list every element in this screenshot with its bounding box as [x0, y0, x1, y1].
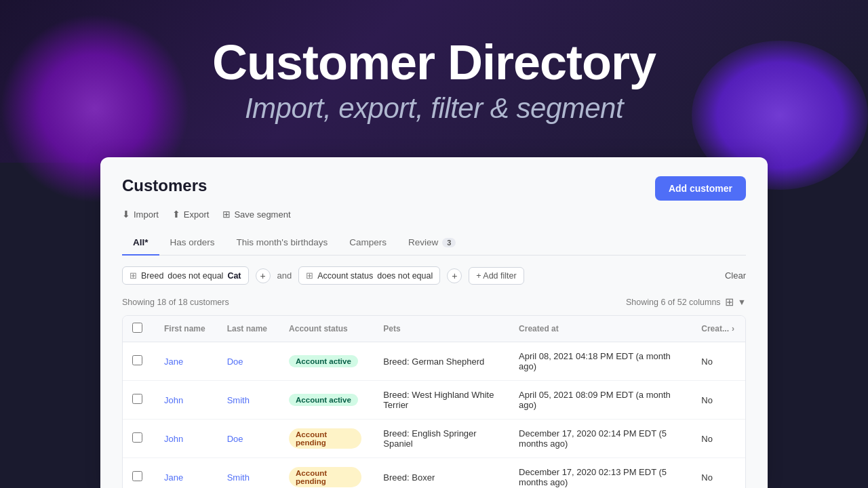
table-row: Jane Doe Account active Breed: German Sh… [123, 342, 745, 381]
col-scroll-right-icon[interactable]: › [732, 324, 734, 333]
filter-breed-value: Cat [227, 271, 241, 281]
row-2-pets: Breed: West Highland White Terrier [372, 381, 508, 420]
import-label: Import [134, 209, 159, 220]
save-segment-label: Save segment [234, 209, 290, 220]
columns-grid-icon: ⊞ [725, 296, 734, 308]
tab-birthdays-label: This month's birthdays [237, 237, 328, 247]
table-header-row: First name Last name Account status Pets [123, 316, 745, 342]
hero-section: Customer Directory Import, export, filte… [0, 0, 868, 163]
tab-review-label: Review [408, 237, 438, 247]
row-2-created-at: April 05, 2021 08:09 PM EDT (a month ago… [508, 381, 690, 420]
customers-table: First name Last name Account status Pets [123, 316, 745, 488]
row-3-last-name[interactable]: Doe [216, 420, 278, 458]
clear-filters-button[interactable]: Clear [725, 270, 746, 281]
row-2-account-status: Account active [278, 381, 372, 420]
export-link[interactable]: ⬆ Export [172, 209, 210, 220]
row-3-checkbox[interactable] [132, 432, 142, 443]
row-3-extra: No [690, 420, 745, 458]
row-1-created-at: April 08, 2021 04:18 PM EDT (a month ago… [508, 342, 690, 381]
filters-row: ⊞ Breed does not equal Cat + and ⊞ Accou… [122, 266, 746, 285]
import-icon: ⬇ [122, 209, 130, 220]
filter-chip-account-status[interactable]: ⊞ Account status does not equal [298, 266, 440, 285]
col-header-last-name[interactable]: Last name [216, 316, 278, 342]
save-segment-link[interactable]: ⊞ Save segment [222, 209, 290, 220]
row-4-account-status: Account pending [278, 458, 372, 489]
page-title: Customers [122, 176, 207, 195]
row-2-checkbox-cell [123, 381, 153, 420]
select-all-checkbox[interactable] [132, 323, 142, 333]
columns-info-text: Showing 6 of 52 columns [626, 298, 721, 307]
row-2-status-badge: Account active [289, 394, 358, 406]
col-header-extra[interactable]: Creat... › [690, 316, 745, 342]
tab-campers[interactable]: Campers [338, 230, 397, 256]
filter-and-label: and [277, 270, 292, 281]
table-wrapper: First name Last name Account status Pets [122, 315, 746, 488]
tab-has-orders[interactable]: Has orders [159, 230, 226, 256]
tab-review[interactable]: Review 3 [397, 230, 467, 256]
card-header: Customers Add customer [122, 176, 746, 201]
row-2-last-name[interactable]: Smith [216, 381, 278, 420]
row-1-checkbox[interactable] [132, 355, 142, 365]
col-header-created-at[interactable]: Created at [508, 316, 690, 342]
row-4-extra: No [690, 458, 745, 489]
row-3-pets: Breed: English Springer Spaniel [372, 420, 508, 458]
tab-review-badge: 3 [442, 238, 456, 247]
tab-has-orders-label: Has orders [170, 237, 215, 247]
save-segment-icon: ⊞ [222, 209, 231, 220]
tabs-row: All* Has orders This month's birthdays C… [122, 230, 746, 256]
showing-count: Showing 18 of 18 customers [122, 298, 229, 307]
columns-chevron-icon: ▼ [738, 298, 746, 307]
customers-card: Customers Add customer ⬇ Import ⬆ Export… [100, 157, 768, 488]
row-4-checkbox[interactable] [132, 471, 142, 481]
tab-birthdays[interactable]: This month's birthdays [226, 230, 339, 256]
row-2-checkbox[interactable] [132, 394, 142, 404]
row-3-checkbox-cell [123, 420, 153, 458]
export-label: Export [184, 209, 210, 220]
columns-info[interactable]: Showing 6 of 52 columns ⊞ ▼ [626, 296, 746, 308]
row-1-checkbox-cell [123, 342, 153, 381]
table-row: John Doe Account pending Breed: English … [123, 420, 745, 458]
tab-campers-label: Campers [349, 237, 387, 247]
row-3-status-badge: Account pending [289, 428, 361, 449]
add-filter-button[interactable]: + Add filter [469, 267, 524, 285]
table-meta-row: Showing 18 of 18 customers Showing 6 of … [122, 296, 746, 308]
select-all-header [123, 316, 153, 342]
export-icon: ⬆ [172, 209, 180, 220]
hero-subtitle: Import, export, filter & segment [245, 92, 623, 125]
row-4-first-name[interactable]: Jane [153, 458, 216, 489]
filter-breed-icon: ⊞ [130, 270, 137, 281]
main-content: Customers Add customer ⬇ Import ⬆ Export… [100, 157, 768, 488]
filter-chip-breed[interactable]: ⊞ Breed does not equal Cat [122, 266, 249, 285]
filter-breed-plus-button[interactable]: + [256, 268, 271, 283]
row-4-last-name[interactable]: Smith [216, 458, 278, 489]
filter-status-field: Account status [317, 271, 373, 281]
row-1-first-name[interactable]: Jane [153, 342, 216, 381]
col-header-account-status[interactable]: Account status [278, 316, 372, 342]
tab-all-label: All* [133, 237, 149, 247]
row-1-account-status: Account active [278, 342, 372, 381]
import-link[interactable]: ⬇ Import [122, 209, 159, 220]
add-customer-button[interactable]: Add customer [655, 176, 746, 201]
row-1-last-name[interactable]: Doe [216, 342, 278, 381]
row-4-created-at: December 17, 2020 02:13 PM EDT (5 months… [508, 458, 690, 489]
col-header-first-name[interactable]: First name [153, 316, 216, 342]
row-3-created-at: December 17, 2020 02:14 PM EDT (5 months… [508, 420, 690, 458]
col-header-pets[interactable]: Pets [372, 316, 508, 342]
row-2-first-name[interactable]: John [153, 381, 216, 420]
filter-breed-field: Breed [141, 271, 163, 281]
table-body: Jane Doe Account active Breed: German Sh… [123, 342, 745, 489]
row-2-extra: No [690, 381, 745, 420]
row-4-pets: Breed: Boxer [372, 458, 508, 489]
row-1-status-badge: Account active [289, 355, 358, 367]
table-row: John Smith Account active Breed: West Hi… [123, 381, 745, 420]
row-1-pets: Breed: German Shepherd [372, 342, 508, 381]
filter-status-plus-button[interactable]: + [447, 268, 462, 283]
table-row: Jane Smith Account pending Breed: Boxer … [123, 458, 745, 489]
row-4-status-badge: Account pending [289, 467, 361, 487]
tab-all[interactable]: All* [122, 230, 159, 256]
filter-status-operator: does not equal [377, 271, 433, 281]
filter-status-icon: ⊞ [306, 270, 313, 281]
hero-title: Customer Directory [212, 38, 656, 87]
filter-breed-operator: does not equal [167, 271, 223, 281]
row-3-first-name[interactable]: John [153, 420, 216, 458]
